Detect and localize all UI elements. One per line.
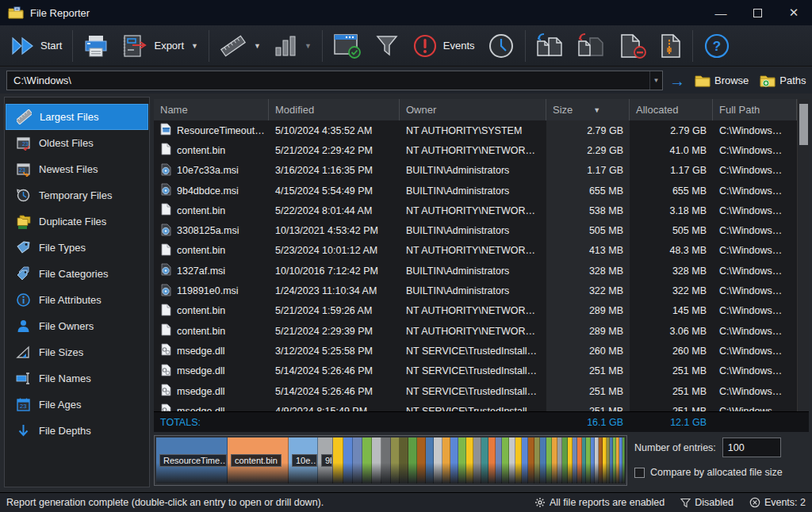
treemap-segment[interactable] (417, 437, 426, 483)
treemap-segment[interactable]: 9b (318, 437, 333, 483)
table-row[interactable]: content.bin5/21/2024 2:29:39 PMNT AUTHOR… (154, 321, 797, 341)
archive-report-button[interactable] (653, 29, 688, 63)
column-header-size[interactable]: Size▼ (546, 99, 630, 120)
treemap-segment[interactable] (534, 437, 540, 483)
column-header-owner[interactable]: Owner (400, 99, 546, 120)
table-row[interactable]: msedge.dll5/14/2024 5:26:46 PMNT SERVICE… (154, 361, 797, 381)
sidebar-item-largest-files[interactable]: Largest Files (6, 104, 148, 130)
treemap-segment[interactable] (400, 437, 408, 483)
treemap-segment[interactable] (473, 437, 481, 483)
sidebar-item-file-owners[interactable]: File Owners (6, 313, 148, 339)
column-header-allocated[interactable]: Allocated (630, 99, 713, 120)
treemap-segment[interactable] (509, 437, 515, 483)
sidebar-item-file-sizes[interactable]: File Sizes (6, 339, 148, 365)
table-row[interactable]: 9b4dbdce.msi4/15/2024 5:54:49 PMBUILTIN\… (154, 181, 797, 201)
sidebar-item-duplicate-files[interactable]: Duplicate Files (6, 208, 148, 235)
treemap-segment[interactable] (333, 437, 343, 483)
treemap-segment[interactable]: ResourceTime… (156, 437, 228, 483)
maximize-button[interactable] (739, 0, 776, 25)
treemap-segment[interactable] (353, 437, 362, 483)
table-row[interactable]: msedge.dll5/14/2024 5:26:46 PMNT SERVICE… (154, 381, 797, 401)
table-row[interactable]: msedge.dll4/9/2024 8:15:49 PMNT SERVICE\… (154, 401, 797, 411)
start-button[interactable]: Start (5, 32, 68, 60)
treemap-segment[interactable] (522, 437, 528, 483)
import-report-button[interactable] (530, 29, 571, 63)
treemap-segment[interactable] (362, 437, 372, 483)
scrollbar-thumb[interactable] (799, 104, 808, 145)
events-status-group[interactable]: Events: 2 (749, 497, 806, 508)
treemap-segment[interactable]: 10e… (289, 437, 318, 483)
treemap-segment[interactable] (540, 437, 546, 483)
go-arrow-button[interactable]: → (668, 73, 687, 89)
sidebar-item-oldest-files[interactable]: 23Oldest Files (6, 130, 148, 156)
path-input[interactable] (7, 71, 649, 90)
table-row[interactable]: content.bin5/22/2024 8:01:44 AMNT AUTHOR… (154, 201, 797, 220)
treemap-segment[interactable] (481, 437, 488, 483)
print-button[interactable] (77, 30, 115, 62)
column-header-modified[interactable]: Modified (269, 99, 400, 120)
treemap-segment[interactable] (496, 437, 503, 483)
filter-status-group[interactable]: Disabled (680, 497, 733, 508)
treemap-segment[interactable] (557, 437, 563, 483)
treemap-segment[interactable] (442, 437, 450, 483)
treemap-segment[interactable] (622, 437, 625, 483)
close-button[interactable]: ✕ (776, 0, 812, 25)
sidebar-item-file-names[interactable]: File Names (6, 365, 148, 392)
paths-button[interactable]: Paths ▼ (756, 73, 812, 89)
table-row[interactable]: msedge.dll3/12/2024 5:25:58 PMNT SERVICE… (154, 341, 797, 361)
modified-cell: 4/15/2024 5:54:49 PM (269, 185, 400, 197)
column-header-full-path[interactable]: Full Path (713, 99, 797, 120)
treemap-segment[interactable] (408, 437, 417, 483)
table-row[interactable]: content.bin5/21/2024 2:29:42 PMNT AUTHOR… (154, 140, 797, 160)
help-button[interactable]: ? (697, 29, 737, 63)
entries-input[interactable] (722, 437, 781, 457)
table-row[interactable]: ResourceTimeout…5/10/2024 4:35:52 AMNT A… (154, 120, 797, 140)
treemap-segment[interactable] (450, 437, 458, 483)
export-report-button[interactable] (571, 29, 612, 63)
events-button[interactable]: Events (406, 29, 481, 63)
remove-report-button[interactable] (612, 29, 653, 63)
treemap-segment[interactable] (372, 437, 381, 483)
treemap-segment[interactable] (434, 437, 442, 483)
treemap-segment[interactable] (552, 437, 557, 483)
reports-status-group[interactable]: All file reports are enabled (534, 497, 665, 508)
sidebar-item-file-depths[interactable]: File Depths (6, 418, 148, 444)
compare-checkbox[interactable] (634, 468, 645, 478)
sidebar-item-file-categories[interactable]: File Categories (6, 261, 148, 287)
schedule-button[interactable] (481, 29, 521, 63)
table-row[interactable]: 119891e0.msi1/24/2023 11:10:34 AMBUILTIN… (154, 281, 797, 300)
minimize-button[interactable]: — (703, 0, 739, 25)
vertical-scrollbar[interactable] (797, 99, 809, 411)
treemap-segment[interactable] (488, 437, 496, 483)
sidebar-item-file-types[interactable]: File Types (6, 235, 148, 261)
path-dropdown-button[interactable]: ▼ (649, 71, 662, 90)
size-cell: 2.79 GB (546, 120, 630, 140)
ruler-tool-button[interactable]: ▼ (213, 30, 267, 62)
sidebar-item-temporary-files[interactable]: Temporary Files (6, 182, 148, 208)
column-header-name[interactable]: Name (154, 99, 269, 120)
table-row[interactable]: 10e7c33a.msi3/16/2024 1:16:35 PMBUILTIN\… (154, 161, 797, 181)
treemap-segment[interactable]: content.bin (228, 437, 289, 483)
treemap-segment[interactable] (546, 437, 552, 483)
treemap-segment[interactable] (458, 437, 466, 483)
chart-tool-button[interactable]: ▼ (267, 30, 318, 62)
table-row[interactable]: content.bin5/21/2024 1:59:26 AMNT AUTHOR… (154, 301, 797, 321)
treemap-segment[interactable] (466, 437, 474, 483)
treemap-segment[interactable] (381, 437, 391, 483)
export-button[interactable]: Export ▼ (115, 30, 205, 62)
treemap-segment[interactable] (528, 437, 534, 483)
table-row[interactable]: 1327af.msi10/10/2016 7:12:42 PMBUILTIN\A… (154, 261, 797, 281)
treemap-segment[interactable] (515, 437, 522, 483)
sidebar-item-newest-files[interactable]: 23Newest Files (6, 156, 148, 182)
treemap-segment[interactable] (426, 437, 435, 483)
table-row[interactable]: content.bin5/23/2024 10:01:12 AMNT AUTHO… (154, 241, 797, 261)
table-row[interactable]: 3308125a.msi10/13/2021 4:53:42 PMBUILTIN… (154, 220, 797, 240)
treemap-segment[interactable] (343, 437, 353, 483)
treemap-segment[interactable] (502, 437, 509, 483)
sidebar-item-file-attributes[interactable]: File Attributes (6, 287, 148, 313)
report-settings-button[interactable] (327, 29, 368, 63)
filter-button[interactable] (368, 30, 406, 62)
browse-button[interactable]: Browse (691, 73, 752, 89)
treemap-segment[interactable] (391, 437, 400, 483)
sidebar-item-file-ages[interactable]: 23File Ages (6, 392, 148, 418)
